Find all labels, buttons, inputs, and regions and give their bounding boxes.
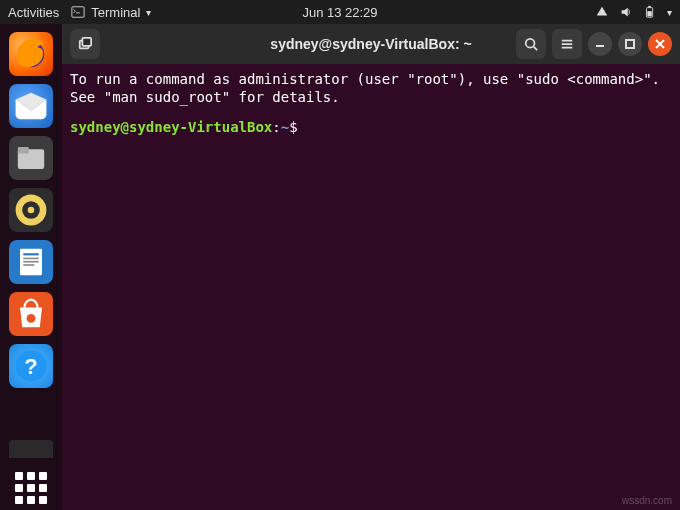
minimize-icon bbox=[595, 39, 605, 49]
svg-point-15 bbox=[27, 314, 36, 323]
window-title: sydney@sydney-VirtualBox: ~ bbox=[270, 36, 471, 52]
svg-rect-3 bbox=[647, 11, 651, 16]
clock[interactable]: Jun 13 22:29 bbox=[302, 5, 377, 20]
new-tab-icon bbox=[78, 37, 92, 51]
prompt-colon: : bbox=[272, 119, 280, 135]
prompt-path: ~ bbox=[281, 119, 289, 135]
svg-text:?: ? bbox=[24, 354, 37, 379]
svg-rect-12 bbox=[23, 258, 38, 260]
watermark: wssdn.com bbox=[622, 495, 672, 506]
maximize-button[interactable] bbox=[618, 32, 642, 56]
app-menu[interactable]: Terminal ▾ bbox=[71, 5, 151, 20]
firefox-icon bbox=[9, 32, 53, 76]
terminal-window: sydney@sydney-VirtualBox: ~ To run a com… bbox=[62, 24, 680, 510]
system-tray[interactable]: ▾ bbox=[595, 5, 672, 19]
minimize-button[interactable] bbox=[588, 32, 612, 56]
svg-rect-11 bbox=[23, 253, 38, 255]
svg-rect-6 bbox=[18, 147, 29, 154]
dock-firefox[interactable] bbox=[9, 32, 53, 76]
svg-rect-2 bbox=[648, 6, 651, 8]
prompt-user: sydney@sydney-VirtualBox bbox=[70, 119, 272, 135]
close-button[interactable] bbox=[648, 32, 672, 56]
svg-rect-0 bbox=[72, 7, 84, 18]
close-icon bbox=[655, 39, 665, 49]
hamburger-icon bbox=[560, 37, 574, 51]
shopping-bag-icon bbox=[9, 292, 53, 336]
volume-icon bbox=[619, 5, 633, 19]
dock-help[interactable]: ? bbox=[9, 344, 53, 388]
terminal-body[interactable]: To run a command as administrator (user … bbox=[62, 64, 680, 510]
dock-software[interactable] bbox=[9, 292, 53, 336]
search-icon bbox=[524, 37, 538, 51]
prompt-symbol: $ bbox=[289, 119, 297, 135]
menu-button[interactable] bbox=[552, 29, 582, 59]
dock-trash[interactable] bbox=[9, 440, 53, 458]
thunderbird-icon bbox=[9, 84, 53, 128]
terminal-prompt: sydney@sydney-VirtualBox:~$ bbox=[70, 118, 672, 136]
dock: ? bbox=[0, 24, 62, 510]
search-button[interactable] bbox=[516, 29, 546, 59]
battery-icon bbox=[643, 5, 657, 19]
dock-writer[interactable] bbox=[9, 240, 53, 284]
terminal-output: To run a command as administrator (user … bbox=[70, 70, 672, 106]
activities-button[interactable]: Activities bbox=[8, 5, 59, 20]
terminal-icon bbox=[71, 5, 85, 19]
gnome-topbar: Activities Terminal ▾ Jun 13 22:29 ▾ bbox=[0, 0, 680, 24]
svg-rect-13 bbox=[23, 261, 38, 263]
chevron-down-icon: ▾ bbox=[146, 7, 151, 18]
svg-point-20 bbox=[526, 39, 535, 48]
network-icon bbox=[595, 5, 609, 19]
svg-rect-21 bbox=[626, 40, 634, 48]
chevron-down-icon: ▾ bbox=[667, 7, 672, 18]
dock-show-apps[interactable] bbox=[9, 466, 53, 510]
help-icon: ? bbox=[9, 344, 53, 388]
svg-point-9 bbox=[28, 207, 35, 214]
app-menu-label: Terminal bbox=[91, 5, 140, 20]
titlebar: sydney@sydney-VirtualBox: ~ bbox=[62, 24, 680, 64]
files-icon bbox=[9, 136, 53, 180]
dock-thunderbird[interactable] bbox=[9, 84, 53, 128]
svg-rect-19 bbox=[82, 38, 91, 46]
maximize-icon bbox=[625, 39, 635, 49]
svg-rect-14 bbox=[23, 264, 34, 266]
speaker-icon bbox=[9, 188, 53, 232]
writer-icon bbox=[9, 240, 53, 284]
new-tab-button[interactable] bbox=[70, 29, 100, 59]
dock-files[interactable] bbox=[9, 136, 53, 180]
apps-grid-icon bbox=[15, 472, 47, 504]
dock-rhythmbox[interactable] bbox=[9, 188, 53, 232]
